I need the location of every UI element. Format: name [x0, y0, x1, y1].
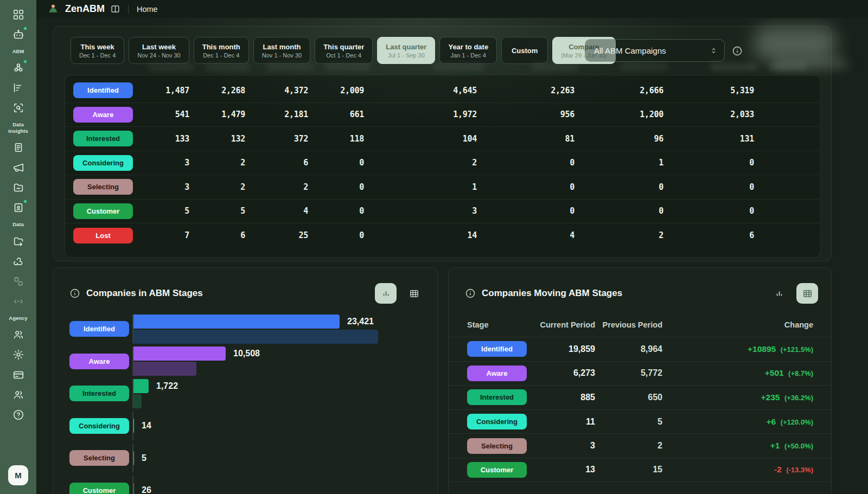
sidebar-section-label: Agency — [9, 315, 27, 321]
stage-badge[interactable]: Customer — [467, 462, 527, 478]
webhook-icon[interactable] — [11, 255, 25, 268]
value-cell: 2 — [189, 182, 245, 192]
date-range-chip[interactable]: Custom — [501, 37, 548, 64]
value-cell: 2,009 — [308, 86, 364, 95]
chart-view-button[interactable] — [375, 283, 397, 304]
folder-export-icon[interactable] — [11, 235, 25, 248]
stage-badge[interactable]: Aware — [467, 365, 527, 381]
stage-badge[interactable]: Interested — [73, 131, 133, 146]
current-period-bar[interactable] — [133, 451, 134, 465]
moving-table-row: Identified 19,859 8,964 +10895 (+121.5%) — [449, 337, 831, 361]
nodes-icon[interactable] — [11, 275, 25, 288]
chart-bar-group: Interested 1,722 — [53, 379, 438, 408]
value-cell: 132 — [189, 134, 245, 144]
redacted-column-header — [710, 63, 757, 71]
col-previous-period: Previous Period — [595, 320, 662, 329]
folder-icon[interactable] — [11, 181, 25, 194]
report-icon[interactable] — [11, 141, 25, 154]
stage-badge[interactable]: Identified — [467, 341, 527, 357]
value-cell: 2,181 — [245, 110, 308, 119]
chart-view-button[interactable] — [768, 283, 790, 304]
date-range-chip[interactable]: Last quarter Jul 1 - Sep 30 — [377, 37, 435, 64]
chip-label: This week — [79, 43, 116, 51]
stage-badge[interactable]: Aware — [69, 354, 129, 369]
bar-value-label: 14 — [142, 421, 151, 431]
credit-card-icon[interactable] — [11, 368, 25, 381]
previous-period-value: 15 — [595, 465, 662, 474]
current-period-bar[interactable] — [133, 347, 226, 361]
value-cell: 131 — [663, 134, 754, 144]
stage-badge[interactable]: Considering — [467, 414, 527, 429]
campaign-select[interactable]: All ABM Campaigns — [585, 39, 725, 62]
main-content: This week Dec 1 - Dec 4 Last week Nov 24… — [36, 18, 868, 494]
stage-badge[interactable]: Identified — [73, 82, 133, 98]
stage-badge[interactable]: Customer — [69, 483, 129, 494]
stage-badge[interactable]: Customer — [73, 203, 133, 219]
change-percent: (+120.0%) — [781, 418, 813, 426]
sidebar-toggle-icon[interactable] — [111, 4, 120, 14]
dashboard-grid-icon[interactable] — [11, 8, 25, 21]
bars: 10,508 — [132, 347, 438, 376]
value-cell: 5 — [133, 206, 189, 216]
help-circle-icon[interactable] — [11, 408, 25, 421]
cluster-icon[interactable] — [11, 61, 25, 74]
campaign-info-icon[interactable] — [731, 45, 743, 57]
stage-badge[interactable]: Considering — [73, 155, 133, 171]
stage-badge[interactable]: Selecting — [69, 450, 129, 466]
value-cell: 6 — [663, 230, 754, 240]
date-range-chip[interactable]: Last week Nov 24 - Nov 30 — [129, 37, 189, 64]
info-icon[interactable] — [465, 288, 476, 299]
bar-value-label: 10,508 — [233, 349, 260, 358]
value-cell: 118 — [308, 134, 364, 144]
stage-badge[interactable]: Interested — [467, 389, 527, 405]
value-cell: 4 — [245, 206, 308, 216]
stage-badge[interactable]: Considering — [69, 418, 129, 434]
change-percent: (+8.7%) — [788, 369, 813, 377]
settings-gear-icon[interactable] — [11, 348, 25, 361]
date-range-chip[interactable]: Year to date Jan 1 - Dec 4 — [439, 37, 497, 64]
user-avatar[interactable]: M — [8, 465, 28, 485]
table-view-button[interactable] — [796, 283, 818, 304]
stage-badge[interactable]: Interested — [69, 386, 129, 401]
date-range-chip[interactable]: This month Dec 1 - Dec 4 — [194, 37, 249, 64]
robot-icon[interactable] — [11, 28, 25, 41]
current-period-bar[interactable] — [133, 379, 149, 393]
bar-value-label: 5 — [142, 453, 146, 463]
value-cell: 0 — [308, 206, 364, 216]
info-icon[interactable] — [69, 288, 80, 299]
bars: 1,722 — [132, 379, 438, 408]
code-icon[interactable] — [11, 295, 25, 308]
comparison-period-bar[interactable] — [133, 362, 196, 376]
comparison-period-bar[interactable] — [133, 330, 378, 344]
nav-home-link[interactable]: Home — [137, 5, 158, 14]
users-icon[interactable] — [11, 328, 25, 341]
moving-table-row: Aware 6,273 5,772 +501 (+8.7%) — [449, 361, 831, 386]
date-range-chip[interactable]: Last month Nov 1 - Nov 30 — [253, 37, 310, 64]
value-cell: 81 — [477, 134, 575, 144]
value-cell: 2,666 — [575, 86, 663, 95]
change-value: +10895 (+121.5%) — [662, 344, 813, 354]
date-range-chip[interactable]: This quarter Oct 1 - Dec 4 — [315, 37, 373, 64]
stage-badge[interactable]: Aware — [73, 107, 133, 123]
team-users-icon[interactable] — [11, 388, 25, 401]
change-percent: (-13.3%) — [786, 466, 813, 474]
moving-table-row: Selecting 3 2 +1 (+50.0%) — [449, 433, 831, 458]
stage-badge[interactable]: Selecting — [467, 438, 527, 454]
current-period-bar[interactable] — [133, 483, 134, 494]
current-period-bar[interactable] — [133, 315, 340, 329]
notification-dot — [23, 200, 27, 203]
megaphone-icon[interactable] — [11, 161, 25, 174]
stage-badge[interactable]: Selecting — [73, 179, 133, 195]
stage-table-row: Considering 3 2 6 0 2 0 1 0 — [65, 151, 820, 176]
comparison-period-bar[interactable] — [133, 394, 142, 408]
chart-rows-icon[interactable] — [11, 81, 25, 94]
date-range-chip[interactable]: This week Dec 1 - Dec 4 — [71, 37, 124, 64]
value-cell: 2 — [189, 158, 245, 168]
id-badge-icon[interactable] — [11, 201, 25, 214]
table-view-button[interactable] — [403, 283, 425, 304]
card-header: Companies in ABM Stages — [53, 268, 438, 304]
stage-badge[interactable]: Lost — [73, 228, 133, 243]
current-period-bar[interactable] — [133, 419, 134, 433]
stage-badge[interactable]: Identified — [69, 321, 129, 337]
scan-search-icon[interactable] — [11, 101, 25, 114]
